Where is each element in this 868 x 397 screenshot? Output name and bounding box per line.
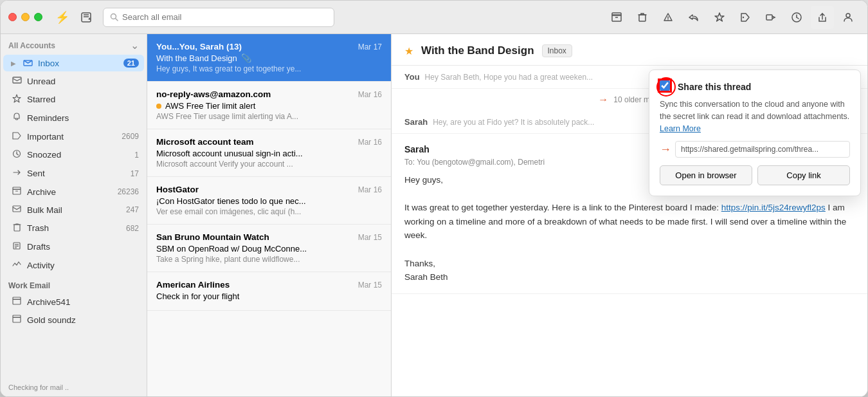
sidebar-item-bulk-mail[interactable]: Bulk Mail 247 bbox=[3, 201, 144, 218]
sent-icon bbox=[11, 168, 23, 179]
search-bar[interactable] bbox=[103, 8, 334, 27]
archive-work-icon bbox=[11, 297, 23, 307]
sidebar-bulk-label: Bulk Mail bbox=[27, 205, 122, 215]
sidebar-item-important[interactable]: Important 2609 bbox=[3, 128, 144, 145]
email-date: Mar 15 bbox=[358, 281, 382, 290]
email-header: no-reply-aws@amazon.com Mar 16 bbox=[156, 89, 382, 99]
share-btn-row: Open in browser Copy link bbox=[660, 165, 850, 185]
sidebar-item-trash[interactable]: Trash 682 bbox=[3, 219, 144, 237]
sidebar-accounts-header: All Accounts ⌄ bbox=[1, 34, 147, 54]
activity-icon: ⚡ bbox=[55, 10, 69, 24]
email-subject: SBM on OpenRoad w/ Doug McConne... bbox=[156, 244, 382, 254]
sidebar-archive-label: Archive bbox=[27, 187, 113, 197]
copy-link-button[interactable]: Copy link bbox=[757, 165, 850, 185]
svg-rect-29 bbox=[14, 225, 20, 231]
list-item[interactable]: no-reply-aws@amazon.com Mar 16 AWS Free … bbox=[147, 82, 391, 129]
sidebar-trash-label: Trash bbox=[27, 223, 122, 233]
email-preview: Ver ese email con imágenes, clic aquí (h… bbox=[156, 207, 382, 216]
maximize-button[interactable] bbox=[34, 13, 42, 21]
clock-toolbar-button[interactable] bbox=[785, 6, 808, 29]
svg-rect-8 bbox=[639, 15, 646, 21]
archive-icon bbox=[11, 187, 23, 197]
subject-text: Check in for your flight bbox=[156, 291, 239, 301]
sidebar-item-starred[interactable]: Starred bbox=[3, 91, 144, 108]
email-preview: Microsoft account Verify your account ..… bbox=[156, 160, 382, 169]
person-toolbar-button[interactable] bbox=[836, 6, 860, 29]
snoozed-badge: 1 bbox=[134, 151, 139, 160]
app-window: ⚡ bbox=[0, 0, 868, 397]
bulk-mail-icon bbox=[11, 205, 23, 215]
list-item[interactable]: Microsoft account team Mar 16 Microsoft … bbox=[147, 129, 391, 177]
share-url-input[interactable] bbox=[675, 141, 850, 158]
open-in-browser-button[interactable]: Open in browser bbox=[660, 165, 752, 185]
sidebar-important-label: Important bbox=[27, 132, 117, 142]
paperclip-icon: 📎 bbox=[241, 53, 251, 63]
minimize-button[interactable] bbox=[21, 13, 30, 21]
important-badge: 2609 bbox=[122, 132, 139, 141]
star-dot-icon bbox=[156, 104, 161, 109]
sidebar-item-sent[interactable]: Sent 17 bbox=[3, 165, 144, 182]
sync-status: Checking for mail .. bbox=[1, 378, 147, 396]
sidebar-item-snoozed[interactable]: Snoozed 1 bbox=[3, 146, 144, 163]
email-header: San Bruno Mountain Watch Mar 15 bbox=[156, 232, 382, 242]
email-subject: AWS Free Tier limit alert bbox=[156, 101, 382, 111]
svg-rect-28 bbox=[13, 206, 21, 212]
email-date: Mar 15 bbox=[358, 233, 382, 242]
sidebar-item-inbox[interactable]: ▶ Inbox 21 bbox=[3, 55, 144, 71]
svg-rect-6 bbox=[612, 13, 621, 15]
tag-toolbar-button[interactable] bbox=[759, 6, 782, 29]
subject-text: SBM on OpenRoad w/ Doug McConne... bbox=[156, 244, 307, 254]
search-icon bbox=[110, 13, 118, 21]
sidebar-snoozed-label: Snoozed bbox=[27, 150, 130, 160]
report-toolbar-button[interactable] bbox=[656, 6, 680, 29]
trash-toolbar-button[interactable] bbox=[631, 6, 654, 29]
sidebar-item-archive[interactable]: Archive 26236 bbox=[3, 183, 144, 200]
email-date: Mar 17 bbox=[358, 42, 382, 51]
sidebar-item-unread[interactable]: Unread bbox=[3, 73, 144, 89]
accounts-toggle[interactable]: ⌄ bbox=[131, 39, 139, 51]
share-toolbar-button[interactable] bbox=[811, 6, 834, 29]
svg-rect-25 bbox=[13, 189, 21, 194]
gold-soundz-icon bbox=[11, 315, 23, 325]
label-toolbar-button[interactable] bbox=[734, 6, 757, 29]
email-preview: Take a Spring hike, plant dune wildflowe… bbox=[156, 255, 382, 264]
archive-toolbar-button[interactable] bbox=[605, 6, 628, 29]
share-checkbox[interactable] bbox=[660, 80, 670, 91]
reply-toolbar-button[interactable] bbox=[682, 6, 705, 29]
bell-icon bbox=[11, 113, 23, 124]
list-item[interactable]: HostGator Mar 16 ¡Con HostGator tienes t… bbox=[147, 177, 391, 225]
subject-text: AWS Free Tier limit alert bbox=[165, 101, 255, 111]
email-sender: Microsoft account team bbox=[156, 137, 254, 147]
email-sender: no-reply-aws@amazon.com bbox=[156, 89, 271, 99]
svg-rect-35 bbox=[13, 297, 21, 300]
svg-rect-12 bbox=[766, 15, 772, 20]
email-header: American Airlines Mar 15 bbox=[156, 280, 382, 290]
share-desc-text: Sync this conversation to the cloud and … bbox=[660, 100, 849, 121]
thread-sender: Sarah bbox=[404, 144, 429, 154]
share-popup-title: Share this thread bbox=[660, 80, 850, 93]
search-input[interactable] bbox=[122, 12, 327, 22]
sidebar-item-gold-soundz[interactable]: Gold soundz bbox=[3, 311, 144, 328]
important-icon bbox=[11, 131, 23, 142]
svg-rect-18 bbox=[13, 77, 21, 83]
learn-more-link[interactable]: Learn More bbox=[660, 124, 701, 133]
email-detail-title: With the Band Design bbox=[421, 44, 534, 57]
archive-work-label: Archive541 bbox=[27, 297, 139, 307]
sidebar-item-drafts[interactable]: Drafts bbox=[3, 238, 144, 255]
sidebar-item-archive-work[interactable]: Archive541 bbox=[3, 293, 144, 310]
list-item[interactable]: San Bruno Mountain Watch Mar 15 SBM on O… bbox=[147, 225, 391, 272]
subject-text: Microsoft account unusual sign-in acti..… bbox=[156, 149, 303, 158]
sidebar-item-reminders[interactable]: Reminders bbox=[3, 109, 144, 127]
sidebar-item-activity[interactable]: Activity bbox=[3, 257, 144, 274]
pinterest-link[interactable]: https://pin.it/5js24rewyfl2ps bbox=[721, 203, 826, 212]
close-button[interactable] bbox=[8, 13, 17, 21]
list-item[interactable]: American Airlines Mar 15 Check in for yo… bbox=[147, 272, 391, 311]
list-item[interactable]: You...You, Sarah (13) Mar 17 With the Ba… bbox=[147, 34, 391, 82]
sidebar-starred-label: Starred bbox=[27, 95, 139, 104]
traffic-lights bbox=[8, 13, 42, 21]
sidebar-drafts-label: Drafts bbox=[27, 242, 139, 252]
svg-rect-36 bbox=[13, 317, 21, 322]
compose-button[interactable] bbox=[76, 7, 96, 28]
star-toolbar-button[interactable] bbox=[708, 6, 731, 29]
email-date: Mar 16 bbox=[358, 90, 382, 99]
